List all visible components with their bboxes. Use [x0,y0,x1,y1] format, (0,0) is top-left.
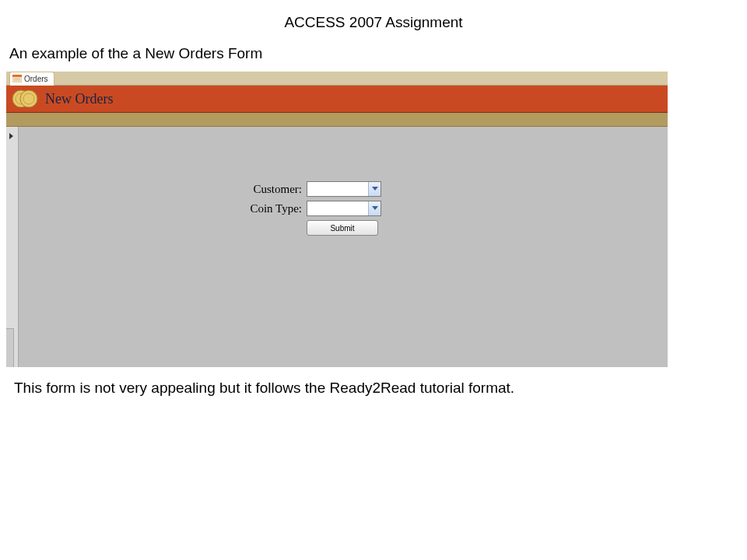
svg-rect-1 [12,75,22,77]
submit-button[interactable]: Submit [307,220,378,236]
cointype-combobox[interactable] [307,201,381,216]
footer-text: This form is not very appealing but it f… [0,367,747,397]
cointype-value [307,201,368,215]
form-body-area: Customer: Coin Type: Submi [6,127,668,367]
dropdown-arrow-icon [368,182,381,196]
record-nav-hint [6,328,14,367]
customer-combobox[interactable] [307,181,381,197]
subtitle: An example of the a New Orders Form [0,40,747,67]
cointype-label: Coin Type: [229,202,302,215]
form-header-band: New Orders [6,86,668,113]
field-row-customer: Customer: [229,181,381,197]
document-tab-strip: Orders [6,72,668,86]
form-header-sub-band [6,113,668,127]
tab-orders[interactable]: Orders [9,72,54,86]
form-title: New Orders [45,91,113,107]
form-canvas: Customer: Coin Type: Submi [19,127,668,367]
tab-label: Orders [24,75,48,83]
coins-icon [11,87,39,110]
field-row-submit: Submit [307,220,378,236]
form-icon [12,75,22,82]
dropdown-arrow-icon [368,201,381,215]
field-row-cointype: Coin Type: [229,201,381,216]
page-title: ACCESS 2007 Assignment [0,0,747,40]
svg-point-6 [20,90,37,107]
access-screenshot: Orders New Orders Customer: [6,72,668,367]
customer-label: Customer: [229,183,302,196]
customer-value [307,182,368,196]
